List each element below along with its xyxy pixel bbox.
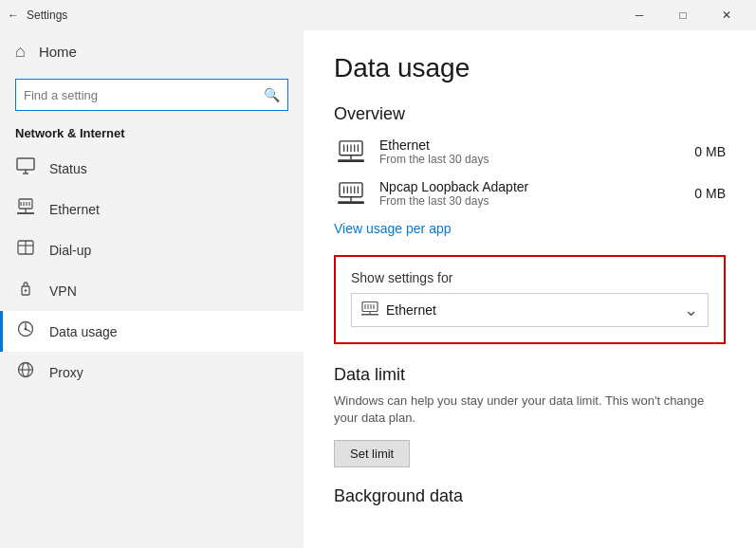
bg-data-title: Background data — [334, 486, 726, 506]
set-limit-button[interactable]: Set limit — [334, 440, 410, 467]
npcap-usage: 0 MB — [678, 186, 726, 201]
search-input[interactable] — [24, 88, 264, 102]
npcap-info: Npcap Loopback Adapter From the last 30 … — [379, 179, 678, 208]
svg-rect-38 — [361, 314, 378, 316]
ethernet-usage: 0 MB — [678, 144, 726, 159]
ethernet-dropdown-icon — [361, 301, 378, 319]
page-title: Data usage — [334, 53, 726, 83]
view-usage-link[interactable]: View usage per app — [334, 221, 452, 236]
ethernet-nav-icon — [15, 198, 36, 220]
npcap-name: Npcap Loopback Adapter — [379, 179, 678, 194]
sidebar-item-proxy-label: Proxy — [49, 365, 83, 380]
svg-rect-0 — [17, 158, 34, 170]
sidebar-item-vpn-label: VPN — [49, 283, 77, 299]
home-icon: ⌂ — [15, 42, 26, 62]
sidebar-item-status[interactable]: Status — [0, 148, 304, 189]
title-bar-title: Settings — [27, 9, 67, 22]
svg-rect-36 — [362, 302, 378, 312]
ethernet-item-icon — [334, 137, 368, 166]
close-button[interactable]: ✕ — [705, 0, 748, 30]
back-button[interactable]: ← — [8, 9, 19, 22]
overview-heading: Overview — [334, 104, 726, 124]
window-controls: ─ □ ✕ — [618, 0, 748, 30]
svg-point-14 — [25, 289, 27, 291]
sidebar-item-dialup[interactable]: Dial-up — [0, 229, 304, 270]
maximize-button[interactable]: □ — [661, 0, 705, 30]
sidebar-item-vpn[interactable]: VPN — [0, 270, 304, 311]
sidebar: ⌂ Home 🔍 Network & Internet Status — [0, 30, 304, 548]
home-nav-item[interactable]: ⌂ Home — [0, 30, 304, 73]
sidebar-item-status-label: Status — [49, 161, 87, 176]
sidebar-item-ethernet[interactable]: Ethernet — [0, 189, 304, 229]
ethernet-name: Ethernet — [379, 137, 678, 153]
dialup-icon — [15, 239, 36, 261]
show-settings-label: Show settings for — [351, 270, 709, 285]
sidebar-item-dialup-label: Dial-up — [49, 243, 91, 258]
data-usage-icon — [15, 320, 36, 342]
data-limit-section: Data limit Windows can help you stay und… — [334, 365, 726, 467]
status-icon — [15, 157, 36, 179]
npcap-sub: From the last 30 days — [379, 194, 678, 208]
content-area: Data usage Overview Ethernet From the la… — [304, 30, 756, 548]
data-limit-title: Data limit — [334, 365, 726, 385]
sidebar-section-title: Network & Internet — [0, 120, 304, 148]
show-settings-box: Show settings for Ethernet ⌄ — [334, 255, 726, 344]
proxy-icon — [15, 361, 36, 383]
app-body: ⌂ Home 🔍 Network & Internet Status — [0, 30, 756, 548]
npcap-network-item: Npcap Loopback Adapter From the last 30 … — [334, 179, 726, 208]
search-icon: 🔍 — [264, 87, 280, 102]
dropdown-chevron-icon: ⌄ — [684, 300, 698, 320]
ethernet-info: Ethernet From the last 30 days — [379, 137, 678, 166]
npcap-item-icon — [334, 179, 368, 208]
vpn-icon — [15, 280, 36, 301]
title-bar: ← Settings ─ □ ✕ — [0, 0, 756, 30]
minimize-button[interactable]: ─ — [618, 0, 661, 30]
search-box[interactable]: 🔍 — [15, 79, 288, 111]
data-limit-desc: Windows can help you stay under your dat… — [334, 393, 726, 427]
sidebar-item-data-usage[interactable]: Data usage — [0, 311, 304, 352]
svg-rect-22 — [338, 159, 364, 162]
svg-rect-5 — [17, 212, 34, 214]
home-label: Home — [39, 44, 77, 60]
ethernet-network-item: Ethernet From the last 30 days 0 MB — [334, 137, 726, 166]
ethernet-sub: From the last 30 days — [379, 153, 678, 166]
sidebar-item-ethernet-label: Ethernet — [49, 202, 100, 217]
title-bar-left: ← Settings — [8, 9, 67, 22]
ethernet-dropdown[interactable]: Ethernet ⌄ — [351, 293, 709, 327]
sidebar-item-proxy[interactable]: Proxy — [0, 352, 304, 393]
svg-rect-30 — [338, 201, 364, 204]
sidebar-item-data-usage-label: Data usage — [49, 324, 118, 339]
ethernet-dropdown-text: Ethernet — [386, 302, 676, 318]
svg-point-16 — [25, 328, 28, 331]
